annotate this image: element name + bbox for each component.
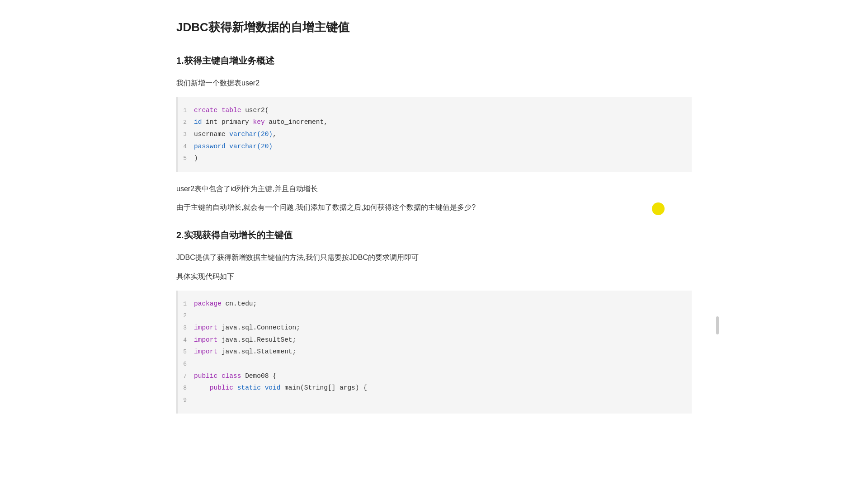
code2-content-9 <box>194 395 198 406</box>
kw-create: create <box>194 107 217 114</box>
code2-content-2 <box>194 310 198 321</box>
kw-key: key <box>253 118 265 126</box>
line-num-1: 1 <box>178 106 194 116</box>
kw-static: static <box>237 384 261 391</box>
code2-num-3: 3 <box>178 323 194 333</box>
code2-num-9: 9 <box>178 395 194 405</box>
code2-line-7: 7 public class Demo08 { <box>178 370 692 382</box>
section1-paragraph3: 由于主键的自动增长,就会有一个问题,我们添加了数据之后,如何获得这个数据的主键值… <box>176 201 692 213</box>
code2-num-5: 5 <box>178 347 194 357</box>
code2-content-8: public static void main(String[] args) { <box>194 382 367 394</box>
code2-line-3: 3 import java.sql.Connection; <box>178 322 692 334</box>
kw-class: class <box>222 372 241 380</box>
page-container: JDBC获得新增数据的自增主键值 1.获得主键自增业务概述 我们新增一个数据表u… <box>149 0 719 446</box>
code-line-3: 3 username varchar(20), <box>178 128 692 141</box>
code2-content-5: import java.sql.Statement; <box>194 346 296 357</box>
code-line-1: 1 create table user2( <box>178 104 692 117</box>
main-title: JDBC获得新增数据的自增主键值 <box>176 18 692 37</box>
code2-num-7: 7 <box>178 371 194 381</box>
code2-line-8: 8 public static void main(String[] args)… <box>178 382 692 394</box>
kw-varchar-20-2: varchar(20) <box>229 143 273 150</box>
section1-paragraph1: 我们新增一个数据表user2 <box>176 77 692 89</box>
kw-varchar-20-1: varchar(20) <box>229 131 273 138</box>
section1: 1.获得主键自增业务概述 我们新增一个数据表user2 1 create tab… <box>176 53 692 214</box>
code-content-1: create table user2( <box>194 105 269 116</box>
section2: 2.实现获得自动增长的主键值 JDBC提供了获得新增数据主键值的方法,我们只需要… <box>176 228 692 413</box>
line-num-5: 5 <box>178 154 194 164</box>
code2-content-1: package cn.tedu; <box>194 298 257 310</box>
code-block-1: 1 create table user2( 2 id int primary k… <box>176 97 692 172</box>
code2-num-8: 8 <box>178 383 194 393</box>
code2-num-1: 1 <box>178 299 194 309</box>
line-num-2: 2 <box>178 118 194 127</box>
kw-public-2: public <box>210 384 233 391</box>
code-line-2: 2 id int primary key auto_increment, <box>178 116 692 128</box>
code2-content-7: public class Demo08 { <box>194 371 277 382</box>
code-block-2: 1 package cn.tedu; 2 3 import java.sql.C… <box>176 291 692 414</box>
code2-content-4: import java.sql.ResultSet; <box>194 334 296 346</box>
code2-num-2: 2 <box>178 311 194 321</box>
code2-content-3: import java.sql.Connection; <box>194 322 300 334</box>
code-content-2: id int primary key auto_increment, <box>194 117 328 128</box>
code-content-5: ) <box>194 153 198 164</box>
scrollbar-hint[interactable] <box>716 316 719 334</box>
section2-paragraph1: JDBC提供了获得新增数据主键值的方法,我们只需要按JDBC的要求调用即可 <box>176 251 692 263</box>
kw-import-3: import <box>194 348 217 355</box>
kw-public-1: public <box>194 372 217 380</box>
code-line-5: 5 ) <box>178 152 692 165</box>
section2-paragraph2: 具体实现代码如下 <box>176 270 692 282</box>
section1-title: 1.获得主键自增业务概述 <box>176 53 692 68</box>
kw-package: package <box>194 300 222 307</box>
section1-paragraph2: user2表中包含了id列作为主键,并且自动增长 <box>176 183 692 195</box>
code-line-4: 4 password varchar(20) <box>178 141 692 153</box>
code2-num-4: 4 <box>178 335 194 345</box>
kw-table: table <box>222 107 241 114</box>
code2-num-6: 6 <box>178 359 194 369</box>
code-content-4: password varchar(20) <box>194 141 273 152</box>
code2-line-9: 9 <box>178 394 692 406</box>
kw-password: password <box>194 143 226 150</box>
kw-id: id <box>194 118 202 126</box>
code2-content-6 <box>194 358 198 370</box>
code2-line-1: 1 package cn.tedu; <box>178 298 692 310</box>
kw-void: void <box>265 384 281 391</box>
kw-import-1: import <box>194 324 217 331</box>
section2-title: 2.实现获得自动增长的主键值 <box>176 228 692 242</box>
line-num-3: 3 <box>178 130 194 140</box>
code2-line-4: 4 import java.sql.ResultSet; <box>178 334 692 346</box>
code2-line-2: 2 <box>178 310 692 322</box>
code-content-3: username varchar(20), <box>194 129 277 140</box>
code2-line-5: 5 import java.sql.Statement; <box>178 346 692 358</box>
code2-line-6: 6 <box>178 358 692 370</box>
line-num-4: 4 <box>178 142 194 152</box>
kw-import-2: import <box>194 336 217 343</box>
